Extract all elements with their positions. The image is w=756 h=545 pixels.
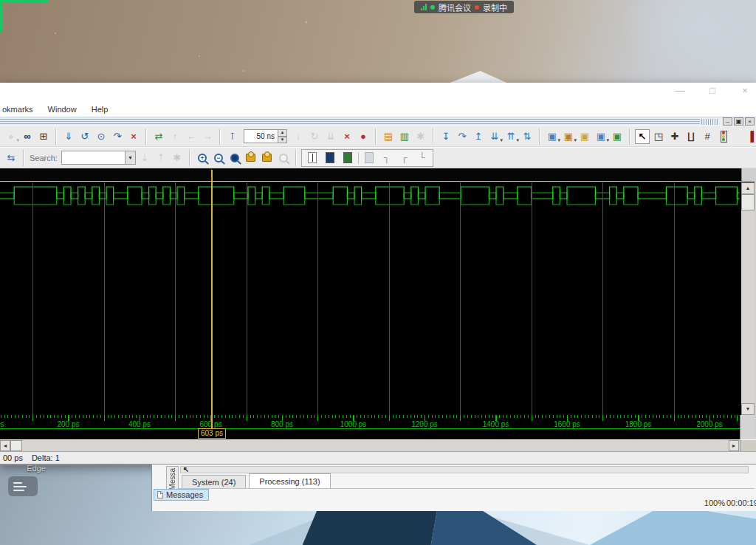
close-button[interactable]: × xyxy=(740,85,750,96)
search-prev-icon[interactable]: ⇡ xyxy=(154,151,168,165)
run-length-spinbox[interactable]: 50 ns ▲ ▼ xyxy=(244,129,287,143)
scroll-left-button[interactable]: ◄ xyxy=(0,440,10,451)
memory-view-icon[interactable]: ▤ xyxy=(381,129,396,144)
dock-icon[interactable]: ⇆ xyxy=(4,151,18,165)
messages-docked-tab[interactable]: Messages xyxy=(154,489,209,501)
maximize-button[interactable]: □ xyxy=(707,85,718,96)
zoom-range-icon[interactable] xyxy=(276,151,291,165)
break-icon[interactable]: × xyxy=(126,129,141,144)
zoom-full-icon[interactable] xyxy=(227,151,242,165)
environment-icon[interactable]: ⊙ xyxy=(94,129,109,144)
add-to-wave-icon[interactable]: ▣ xyxy=(545,129,560,144)
spin-down-button[interactable]: ▼ xyxy=(278,137,287,144)
pulse-edge-icon[interactable]: └ xyxy=(415,151,430,165)
insert-cursor-icon[interactable] xyxy=(305,151,320,165)
search-input[interactable] xyxy=(61,151,125,165)
pan-mode-icon[interactable]: ✚ xyxy=(667,129,682,144)
titlebar: — □ × xyxy=(0,83,756,101)
horizontal-scrollbar[interactable]: ◄ ► xyxy=(0,439,756,451)
grid-line xyxy=(602,182,603,415)
zoom-out-icon[interactable]: − xyxy=(211,151,226,165)
tab-system[interactable]: System (24) xyxy=(182,475,246,488)
replay-icon[interactable]: ↷ xyxy=(455,129,470,144)
cursor-pair-icon[interactable]: ∐ xyxy=(684,129,698,144)
mdi-grip[interactable] xyxy=(701,119,719,125)
spin-up-button[interactable]: ▲ xyxy=(278,129,287,137)
add-to-list-icon[interactable]: ▣ xyxy=(561,129,576,144)
zoom-in-icon[interactable]: + xyxy=(195,151,210,165)
vertical-scroll-thumb[interactable] xyxy=(741,194,755,210)
desktop-list-icon[interactable] xyxy=(8,476,38,496)
run-length-icon[interactable]: ⊺ xyxy=(225,129,240,144)
find-icon[interactable]: ∞ xyxy=(20,129,35,144)
profile-view-icon[interactable]: ▥ xyxy=(397,129,412,144)
grid-line xyxy=(532,182,532,415)
hand-tool-icon[interactable]: ✱ xyxy=(413,129,428,144)
traffic-light-icon[interactable] xyxy=(716,129,731,144)
search-options-icon[interactable]: ✱ xyxy=(170,151,185,165)
kill-sim-icon[interactable]: × xyxy=(340,129,354,144)
pattern-fill-icon[interactable] xyxy=(362,151,377,165)
save-format-icon[interactable]: ▣ xyxy=(594,129,608,144)
continue-run-icon[interactable]: ↻ xyxy=(307,129,322,144)
jump-dropdown-icon[interactable]: ● xyxy=(4,129,18,144)
scroll-down-button[interactable]: ▼ xyxy=(741,403,755,415)
toolbar-separator xyxy=(539,128,540,145)
pane-close-button[interactable]: × xyxy=(745,117,755,126)
select-mode-icon[interactable]: ↖ xyxy=(635,129,650,144)
time-ruler[interactable]: 0 ps200 ps400 ps600 ps800 ps1000 ps1200 … xyxy=(0,415,740,439)
vertical-scrollbar[interactable]: ▲ ▼ xyxy=(741,182,755,415)
minimize-button[interactable]: — xyxy=(675,85,685,96)
grid-line xyxy=(175,182,176,415)
meeting-status-pill[interactable]: 腾讯会议 录制中 xyxy=(414,1,514,13)
reload-format-icon[interactable]: ▣ xyxy=(610,129,625,144)
run-length-value[interactable]: 50 ns xyxy=(244,129,278,143)
toolbar-main: ●∞⊞ ⇓↺⊙↷× ⇄↑←→ ⊺ 50 ns ▲ ▼ ↓↻⇊×● ▤▥✱ ↧↷↥… xyxy=(0,126,756,147)
select-time-icon[interactable] xyxy=(323,151,337,165)
falling-edge-icon[interactable]: ┐ xyxy=(379,151,394,165)
horizontal-scroll-thumb[interactable] xyxy=(10,440,22,451)
pane-restore-button[interactable]: ▣ xyxy=(734,117,743,126)
time-cursor[interactable] xyxy=(211,170,213,428)
cursor-time-badge[interactable]: 603 ps xyxy=(198,428,226,439)
compare-icon[interactable]: ▌ xyxy=(746,129,756,144)
menu-help[interactable]: Help xyxy=(90,103,110,115)
signal-bars-icon xyxy=(421,4,427,10)
waveform-canvas[interactable] xyxy=(0,182,740,415)
back-icon[interactable]: ← xyxy=(184,129,199,144)
edit-grid-icon[interactable] xyxy=(340,151,355,165)
next-transition-icon[interactable]: ↥ xyxy=(471,129,486,144)
insert-edge-icon[interactable]: ⇅ xyxy=(520,129,535,144)
run-all-icon[interactable]: ⇊ xyxy=(323,129,338,144)
next-edge-icon[interactable]: ⇈ xyxy=(504,129,518,144)
search-next-icon[interactable]: ⇣ xyxy=(137,151,152,165)
zoom-mode-icon[interactable]: ◳ xyxy=(651,129,666,144)
menu-window[interactable]: Window xyxy=(47,103,78,115)
modelsim-window: — □ × okmarks Window Help – ▣ × ●∞⊞ ⇓↺⊙↷… xyxy=(0,83,756,465)
tab-processing[interactable]: Processing (113) xyxy=(249,473,330,488)
edit-mode-icon[interactable]: # xyxy=(700,129,715,144)
zoom-in-cursor-icon[interactable] xyxy=(244,151,258,165)
show-hierarchy-icon[interactable]: ⊞ xyxy=(36,129,51,144)
rising-edge-icon[interactable]: ┌ xyxy=(397,151,412,165)
stop-icon[interactable]: ● xyxy=(356,129,371,144)
prev-transition-icon[interactable]: ↧ xyxy=(439,129,453,144)
load-design-icon[interactable]: ⇓ xyxy=(61,129,76,144)
forward-icon[interactable]: → xyxy=(200,129,215,144)
scroll-right-button[interactable]: ► xyxy=(729,440,739,451)
zoom-between-cursors-icon[interactable] xyxy=(260,151,275,165)
swap-restore-icon[interactable]: ⇄ xyxy=(151,129,166,144)
prev-edge-icon[interactable]: ⇊ xyxy=(487,129,502,144)
mdi-titlebar: – ▣ × xyxy=(0,117,756,126)
up-context-icon[interactable]: ↑ xyxy=(168,129,182,144)
scroll-up-button[interactable]: ▲ xyxy=(741,182,755,194)
mdi-drag-stripes[interactable] xyxy=(0,119,700,125)
search-dropdown-button[interactable]: ▼ xyxy=(125,151,136,165)
run-icon[interactable]: ↓ xyxy=(291,129,306,144)
add-to-log-icon[interactable]: ▣ xyxy=(577,129,592,144)
menu-bookmarks[interactable]: okmarks xyxy=(1,103,35,115)
pane-minimize-button[interactable]: – xyxy=(723,117,732,126)
step-icon[interactable]: ↷ xyxy=(110,129,125,144)
restart-icon[interactable]: ↺ xyxy=(78,129,92,144)
toolbar-separator xyxy=(55,128,57,145)
